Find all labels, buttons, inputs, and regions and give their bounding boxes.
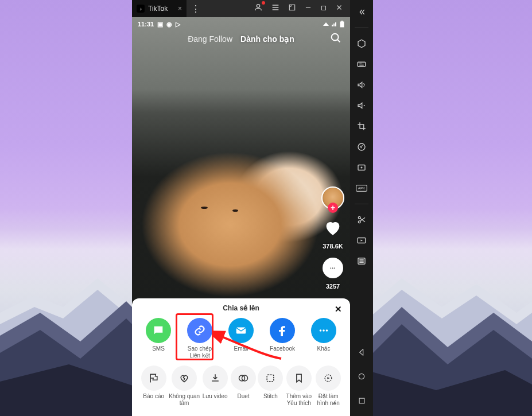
for-you-tab[interactable]: Dành cho bạn: [240, 34, 294, 44]
share-copy-link[interactable]: Sao chép Liên kết: [182, 318, 218, 359]
video-actions: + 378.6K ••• 3257: [321, 186, 344, 290]
svg-point-5: [332, 34, 339, 41]
minimize-icon[interactable]: [304, 3, 312, 14]
comment-count: 3257: [326, 283, 340, 290]
apk-icon[interactable]: APK: [355, 182, 368, 195]
scissors-icon[interactable]: [355, 213, 368, 226]
phone-screen: 11:31 ▣ ◉ ▷ Đang Follow Dành cho bạn: [132, 17, 350, 416]
email-label: Email: [234, 345, 248, 358]
stitch-icon: [258, 366, 283, 391]
tab-close-icon[interactable]: ×: [178, 5, 182, 13]
link-icon: [187, 318, 212, 343]
record-icon[interactable]: [355, 234, 368, 247]
share-title: Chia sẻ lên: [138, 304, 344, 312]
action-report[interactable]: Báo cáo: [139, 366, 168, 406]
duet-label: Duet: [237, 393, 249, 406]
signal-icon: [331, 21, 338, 27]
copylink-label-1: Sao chép: [188, 345, 212, 352]
svg-point-0: [257, 5, 259, 7]
fullscreen-icon[interactable]: [288, 3, 296, 14]
svg-point-23: [359, 374, 364, 379]
more-label: Khác: [317, 345, 331, 358]
autorotate-icon[interactable]: [355, 141, 368, 153]
facebook-icon: [270, 318, 295, 343]
svg-rect-3: [340, 22, 344, 27]
share-facebook[interactable]: Facebook: [265, 318, 300, 359]
app-tab-tiktok[interactable]: ♪ TikTok ×: [132, 0, 187, 17]
follow-plus-icon[interactable]: +: [328, 203, 338, 213]
hexagon-icon[interactable]: [355, 37, 368, 50]
sms-label: SMS: [152, 345, 165, 358]
crop-icon[interactable]: [355, 120, 368, 133]
svg-point-7: [320, 329, 322, 332]
tab-title: TikTok: [148, 5, 168, 13]
duet-icon: [231, 366, 256, 391]
status-app-icon: ▣: [157, 21, 163, 28]
collapse-icon[interactable]: [355, 6, 368, 18]
action-not-interested[interactable]: Không quantâm: [169, 366, 200, 406]
emulator-sidebar: APK: [350, 0, 373, 416]
action-save[interactable]: Lưu video: [201, 366, 230, 406]
screenshot-icon[interactable]: [355, 161, 368, 174]
svg-rect-12: [267, 375, 274, 382]
share-email[interactable]: Email: [223, 318, 259, 359]
notification-dot: [262, 1, 265, 5]
comment-button[interactable]: •••: [323, 258, 343, 278]
svg-text:APK: APK: [358, 186, 366, 190]
save-label: Lưu video: [203, 393, 228, 406]
share-sheet: Chia sẻ lên ✕ SMS Sao chép: [132, 298, 350, 416]
report-label: Báo cáo: [143, 393, 164, 406]
volume-up-icon[interactable]: [355, 79, 368, 91]
action-wallpaper[interactable]: Đặt làmhình nền: [314, 366, 343, 406]
action-duet[interactable]: Duet: [230, 366, 257, 406]
ni-l1: Không quan: [169, 393, 200, 399]
fav-l1: Thêm vào: [286, 393, 312, 399]
volume-down-icon[interactable]: [355, 99, 368, 112]
nav-home-icon[interactable]: [355, 370, 368, 383]
close-window-icon[interactable]: [335, 3, 343, 14]
more-vert-icon[interactable]: ⋮: [191, 3, 200, 14]
email-icon: [228, 318, 254, 343]
battery-icon: [340, 21, 344, 28]
ni-l2: tâm: [180, 400, 189, 406]
wp-l1: Đặt làm: [319, 393, 339, 399]
svg-point-19: [358, 216, 360, 219]
emulator-main: ♪ TikTok × ⋮: [132, 0, 350, 416]
following-tab[interactable]: Đang Follow: [188, 34, 232, 44]
bookmark-icon: [286, 366, 312, 391]
svg-rect-2: [322, 6, 326, 10]
fav-l2: Yêu thích: [287, 400, 311, 406]
share-row-actions: Báo cáo Không quantâm Lưu video: [138, 366, 344, 406]
status-time: 11:31: [138, 21, 154, 28]
report-icon: [141, 366, 166, 391]
share-more[interactable]: Khác: [306, 318, 341, 359]
author-avatar[interactable]: +: [321, 186, 344, 209]
nav-back-icon[interactable]: [355, 346, 368, 359]
menu-icon[interactable]: [271, 3, 280, 14]
tiktok-app-icon: ♪: [137, 5, 145, 13]
maximize-icon[interactable]: [320, 3, 327, 14]
account-icon[interactable]: [254, 3, 263, 14]
action-stitch[interactable]: Stitch: [257, 366, 284, 406]
search-icon[interactable]: [329, 32, 342, 46]
list-icon[interactable]: [355, 255, 368, 267]
share-sms[interactable]: SMS: [141, 318, 176, 359]
facebook-label: Facebook: [270, 345, 295, 358]
like-count: 378.6K: [323, 243, 343, 250]
svg-rect-14: [358, 62, 366, 67]
svg-rect-6: [236, 328, 246, 334]
svg-rect-24: [359, 398, 364, 403]
action-favorite[interactable]: Thêm vàoYêu thích: [285, 366, 313, 406]
wifi-icon: [323, 21, 329, 27]
nav-recent-icon[interactable]: [355, 394, 368, 407]
feed-tabs: Đang Follow Dành cho bạn: [132, 34, 350, 44]
keyboard-icon[interactable]: [355, 58, 368, 71]
share-row-apps: SMS Sao chép Liên kết: [138, 318, 344, 359]
svg-point-8: [323, 329, 325, 332]
status-play-icon: ▷: [176, 21, 180, 28]
titlebar: ♪ TikTok × ⋮: [132, 0, 350, 17]
like-button[interactable]: [323, 217, 343, 238]
share-close-icon[interactable]: ✕: [335, 304, 342, 314]
svg-point-20: [358, 221, 360, 223]
svg-point-9: [326, 329, 328, 332]
